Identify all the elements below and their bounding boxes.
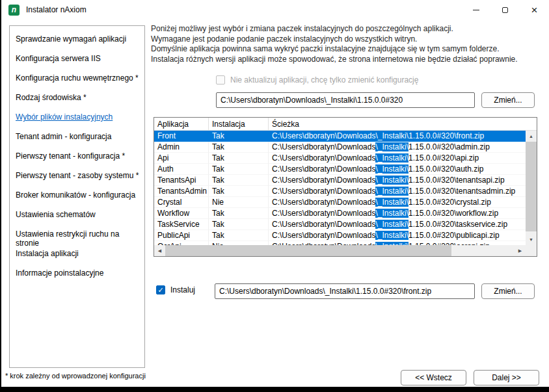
- cell-sciezka: C:\Users\dboratyn\Downloads\_Instalki\1.…: [269, 164, 526, 175]
- table-row[interactable]: AuthTakC:\Users\dboratyn\Downloads\_Inst…: [154, 164, 526, 175]
- vertical-scroll-thumb[interactable]: [526, 142, 537, 231]
- cell-sciezka: C:\Users\dboratyn\Downloads\_Instalki\1.…: [269, 230, 526, 241]
- cell-sciezka: C:\Users\dboratyn\Downloads\_Instalki\1.…: [269, 219, 526, 230]
- install-checkbox[interactable]: ✓: [156, 285, 165, 294]
- title-bar: n Instalator nAxiom ×: [1, 0, 549, 20]
- cell-aplikacja: Auth: [154, 164, 209, 175]
- sidebar-item[interactable]: Wybór plików instalacyjnych: [16, 112, 142, 132]
- folder-path-input[interactable]: [216, 92, 475, 108]
- cell-sciezka: C:\Users\dboratyn\Downloads\_Instalki\1.…: [269, 142, 526, 153]
- sidebar-item[interactable]: Pierwszy tenant - zasoby systemu *: [16, 171, 142, 190]
- table-row[interactable]: ApiTakC:\Users\dboratyn\Downloads\_Insta…: [154, 153, 526, 164]
- sidebar-item[interactable]: Tenant admin - konfiguracja: [16, 132, 142, 151]
- cell-instalacja: Tak: [209, 230, 269, 241]
- config-only-label: Nie aktualizuj aplikacji, chcę tylko zmi…: [230, 75, 418, 85]
- intro-line-1: Poniżej możliwy jest wybór i zmiana pacz…: [151, 24, 541, 34]
- path-highlight: \_Instalki\: [375, 231, 408, 240]
- path-highlight: \_Instalki\: [375, 164, 408, 174]
- sidebar-item[interactable]: Sprawdzanie wymagań aplikacji: [16, 34, 142, 54]
- cell-aplikacja: Api: [154, 153, 209, 164]
- cell-sciezka: C:\Users\dboratyn\Downloads\_Instalki\1.…: [269, 197, 526, 208]
- cell-instalacja: Tak: [209, 186, 269, 197]
- config-only-checkbox[interactable]: [216, 75, 225, 85]
- sidebar-item[interactable]: Instalacja aplikacji: [16, 249, 142, 268]
- change-folder-button[interactable]: Zmień...: [481, 92, 535, 108]
- table-row[interactable]: CrystalNieC:\Users\dboratyn\Downloads\_I…: [154, 197, 526, 208]
- table-row[interactable]: PublicApiTakC:\Users\dboratyn\Downloads\…: [154, 230, 526, 241]
- sidebar-item[interactable]: Pierwszy tenant - konfiguracja *: [16, 151, 142, 171]
- intro-line-3: Domyślnie aplikacja powinna sama wykryć …: [151, 44, 541, 55]
- next-button[interactable]: Dalej >>: [474, 370, 539, 385]
- installer-window: n Instalator nAxiom × Sprawdzanie wymaga…: [1, 0, 549, 387]
- table-row[interactable]: WorkflowTakC:\Users\dboratyn\Downloads\_…: [154, 208, 526, 219]
- install-path-input[interactable]: [215, 283, 475, 299]
- table-row[interactable]: TenantsApiTakC:\Users\dboratyn\Downloads…: [154, 175, 526, 186]
- cell-instalacja: Tak: [209, 219, 269, 230]
- cell-instalacja: Tak: [209, 142, 269, 153]
- table-vertical-scrollbar[interactable]: ▲ ▼: [526, 131, 537, 245]
- install-row: ✓ Instaluj: [156, 285, 195, 294]
- minimize-icon: [473, 10, 479, 10]
- back-button[interactable]: << Wstecz: [401, 370, 466, 385]
- scrollbar-corner: [526, 245, 537, 256]
- close-icon: ×: [531, 5, 538, 16]
- config-footnote: * krok zależny od wprowadzonej konfigura…: [5, 372, 146, 380]
- cell-instalacja: Tak: [209, 153, 269, 164]
- column-header-aplikacja[interactable]: Aplikacja: [154, 118, 209, 130]
- cell-instalacja: Nie: [209, 197, 269, 208]
- path-highlight: \_Instalki\: [375, 198, 408, 207]
- cell-aplikacja: Admin: [154, 142, 209, 153]
- sidebar-item[interactable]: Konfiguracja serwera IIS: [16, 54, 142, 73]
- naxiom-logo-icon: n: [8, 5, 20, 16]
- intro-text: Poniżej możliwy jest wybór i zmiana pacz…: [151, 24, 541, 64]
- cell-instalacja: Tak: [209, 175, 269, 186]
- scroll-down-icon[interactable]: ▼: [526, 234, 537, 245]
- change-install-button[interactable]: Zmień...: [481, 283, 535, 299]
- table-row[interactable]: FrontTakC:\Users\dboratyn\Downloads\_Ins…: [154, 131, 526, 142]
- minimize-button[interactable]: [461, 0, 490, 20]
- cell-aplikacja: Workflow: [154, 208, 209, 219]
- checkmark-icon: ✓: [157, 286, 163, 294]
- path-highlight: \_Instalki\: [375, 187, 408, 196]
- maximize-icon: [502, 7, 508, 13]
- config-only-row: Nie aktualizuj aplikacji, chcę tylko zmi…: [216, 75, 418, 85]
- cell-aplikacja: Front: [154, 131, 209, 142]
- sidebar-item[interactable]: Ustawienia restrykcji ruchu na stronie: [16, 229, 142, 249]
- cell-sciezka: C:\Users\dboratyn\Downloads\_Instalki\1.…: [269, 186, 526, 197]
- sidebar-steps: Sprawdzanie wymagań aplikacjiKonfiguracj…: [16, 34, 142, 288]
- sidebar-item[interactable]: Informacje poinstalacyjne: [16, 268, 142, 288]
- cell-aplikacja: TenantsApi: [154, 175, 209, 186]
- package-table-body: FrontTakC:\Users\dboratyn\Downloads\_Ins…: [154, 131, 526, 245]
- cell-aplikacja: TenantsAdmin: [154, 186, 209, 197]
- sidebar-item[interactable]: Broker komunikatów - konfiguracja: [16, 190, 142, 210]
- cell-instalacja: Tak: [209, 164, 269, 175]
- table-row[interactable]: AdminTakC:\Users\dboratyn\Downloads\_Ins…: [154, 142, 526, 153]
- column-header-instalacja[interactable]: Instalacja: [209, 118, 269, 130]
- cell-sciezka: C:\Users\dboratyn\Downloads\_Instalki\1.…: [269, 175, 526, 186]
- horizontal-scroll-thumb[interactable]: [165, 245, 451, 256]
- scroll-up-icon[interactable]: ▲: [526, 131, 537, 142]
- table-row[interactable]: TaskServiceTakC:\Users\dboratyn\Download…: [154, 219, 526, 230]
- cell-sciezka: C:\Users\dboratyn\Downloads\_Instalki\1.…: [269, 153, 526, 164]
- window-controls: ×: [461, 0, 549, 20]
- cell-aplikacja: Crystal: [154, 197, 209, 208]
- sidebar-item[interactable]: Konfiguracja ruchu wewnętrznego *: [16, 73, 142, 93]
- cell-sciezka: C:\Users\dboratyn\Downloads\_Instalki\1.…: [269, 208, 526, 219]
- path-highlight: \_Instalki\: [375, 209, 408, 218]
- maximize-button[interactable]: [490, 0, 520, 20]
- cell-aplikacja: PublicApi: [154, 230, 209, 241]
- path-highlight: \_Instalki\: [375, 220, 408, 229]
- package-table: Aplikacja Instalacja Ścieżka FrontTakC:\…: [154, 117, 537, 257]
- path-highlight: \_Instalki\: [375, 153, 408, 163]
- steps-sidebar: Sprawdzanie wymagań aplikacjiKonfiguracj…: [9, 25, 145, 368]
- sidebar-item[interactable]: Rodzaj środowiska *: [16, 93, 142, 112]
- column-header-sciezka[interactable]: Ścieżka: [269, 118, 537, 130]
- table-header: Aplikacja Instalacja Ścieżka: [154, 118, 537, 131]
- scroll-left-icon[interactable]: ◀: [154, 245, 165, 256]
- sidebar-item[interactable]: Ustawienia schematów: [16, 210, 142, 229]
- cell-sciezka: C:\Users\dboratyn\Downloads\_Instalki\1.…: [269, 131, 526, 142]
- close-button[interactable]: ×: [520, 0, 549, 20]
- scroll-right-icon[interactable]: ▶: [515, 245, 526, 256]
- table-horizontal-scrollbar[interactable]: ◀ ▶: [154, 245, 526, 256]
- table-row[interactable]: TenantsAdminTakC:\Users\dboratyn\Downloa…: [154, 186, 526, 197]
